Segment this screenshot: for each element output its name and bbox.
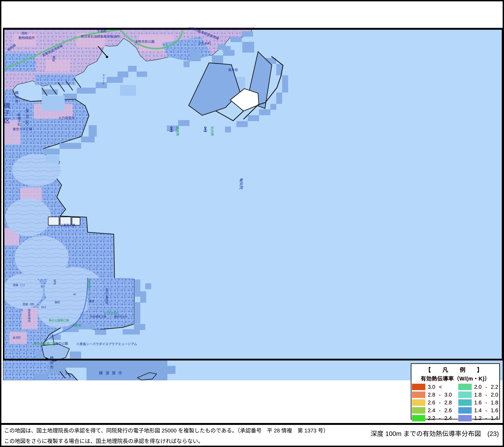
map-label: 磯子区 bbox=[3, 102, 10, 125]
legend-swatch bbox=[412, 384, 425, 390]
legend-range-label: 1.4 - 1.6 bbox=[474, 407, 498, 413]
legend-row: 1.8 - 2.0 bbox=[458, 391, 498, 398]
map-label: 東京湾 bbox=[238, 178, 242, 190]
map-label: 横須賀市 bbox=[99, 371, 125, 375]
page-title: 深度 100m までの有効熱伝導率分布図 (23) bbox=[371, 428, 499, 438]
legend-range-label: 2.8 - 3.0 bbox=[428, 392, 452, 398]
caption-line-2: この地図をさらに複製する場合には、国土地理院長の承認を得なければならない。 bbox=[4, 437, 203, 445]
caption-line-1: この地図は、国土地理院長の承認を得て、同院発行の電子地形図 25000 を複製し… bbox=[4, 426, 329, 434]
map-label: 65.8 bbox=[41, 306, 46, 309]
legend-row: 2.8 - 3.0 bbox=[412, 391, 452, 398]
legend-row: 1.2 - 1.4 bbox=[458, 415, 498, 421]
map-label: 原町 bbox=[21, 32, 27, 35]
legend-swatch bbox=[458, 407, 472, 413]
map-label: 鳳町 bbox=[52, 56, 55, 62]
caption-divider bbox=[1, 423, 504, 425]
legend-range-label: 1.6 - 1.8 bbox=[474, 400, 498, 406]
map-label: 金沢町 bbox=[13, 336, 21, 339]
legend-swatch bbox=[458, 415, 472, 421]
legend-swatch bbox=[412, 391, 425, 398]
map-sheet-page: 磯子区新磯子町東京ガス工場火力発電所動物検疫所根岸線首都高速湾岸線新日本石油精製… bbox=[0, 0, 504, 447]
map-label: 西柴（二） bbox=[13, 284, 26, 287]
map-label: 金沢区 bbox=[25, 108, 29, 126]
legend-row: 2.2 - 2.4 bbox=[412, 415, 452, 421]
map-svg bbox=[3, 27, 504, 380]
map-label: 産業振興センター駅 bbox=[88, 279, 90, 301]
legend-range-label: 2.0 - 2.2 bbox=[474, 384, 498, 390]
legend-range-label: 2.6 - 2.8 bbox=[428, 400, 452, 406]
map-label: 市大医学部駅 bbox=[104, 312, 118, 315]
breakwater-head bbox=[106, 56, 108, 58]
map-label: 西柴（四） bbox=[23, 303, 36, 306]
map-label: 新磯子町 bbox=[17, 113, 20, 126]
legend-range-label: 1.8 - 2.0 bbox=[474, 392, 498, 398]
map-label: 新日本石油精製根岸製油所 bbox=[81, 35, 120, 38]
legend-swatch bbox=[412, 399, 425, 406]
map-label: 八景島駅 bbox=[69, 324, 81, 327]
map-label: 海の公園南口駅 bbox=[34, 342, 56, 345]
legend-column: 3.0 <2.8 - 3.02.6 - 2.82.4 - 2.62.2 - 2.… bbox=[412, 384, 452, 423]
legend-range-label: 1.2 - 1.4 bbox=[474, 415, 498, 421]
map-label: 八景島シーパラダイスアクアミュージアム bbox=[76, 342, 137, 346]
map-label: 南本牧 bbox=[228, 68, 238, 72]
map-label: 京浜港 bbox=[210, 126, 214, 136]
legend-swatch bbox=[458, 391, 472, 398]
map-label: 87 bbox=[41, 285, 43, 288]
map-label: 横浜市 bbox=[49, 356, 53, 370]
map-label: 火力発電所 bbox=[58, 116, 75, 120]
legend-row: 2.4 - 2.6 bbox=[412, 407, 452, 413]
map-area: 磯子区新磯子町東京ガス工場火力発電所動物検疫所根岸線首都高速湾岸線新日本石油精製… bbox=[3, 27, 504, 380]
legend-row: 2.6 - 2.8 bbox=[412, 399, 452, 406]
map-label: 海の公園柴口駅 bbox=[49, 319, 69, 322]
legend-swatch bbox=[458, 399, 472, 406]
map-label: 金沢工業団地 bbox=[105, 288, 108, 304]
map-label: 横浜市 bbox=[14, 91, 18, 104]
legend-column: 2.0 - 2.21.8 - 2.01.6 - 1.81.4 - 1.61.2 … bbox=[458, 384, 498, 423]
legend-range-label: 3.0 < bbox=[428, 384, 442, 390]
map-label: 長浜 bbox=[53, 279, 56, 285]
map-label: 称名寺境内 bbox=[27, 309, 30, 322]
map-label: 千鳥町 bbox=[97, 29, 107, 33]
legend-columns: 3.0 <2.8 - 3.02.6 - 2.82.4 - 2.62.2 - 2.… bbox=[412, 382, 499, 423]
map-label: 横浜港 bbox=[176, 126, 179, 136]
map-label: マリーナ bbox=[102, 74, 105, 85]
map-label: 動物検疫所 bbox=[18, 36, 35, 39]
map-label: 海の公園 bbox=[55, 342, 68, 345]
map-label: 本牧市民公園 bbox=[135, 40, 154, 43]
legend-box: 【 凡 例 】 有効熱伝導率（W/(m・K)） 3.0 <2.8 - 3.02.… bbox=[411, 363, 500, 420]
legend-row: 1.4 - 1.6 bbox=[458, 407, 498, 413]
legend-swatch bbox=[458, 384, 472, 390]
legend-range-label: 2.4 - 2.6 bbox=[428, 407, 452, 413]
legend-title: 【 凡 例 】 bbox=[412, 365, 499, 373]
map-label: 柴町 bbox=[55, 301, 60, 304]
legend-row: 3.0 < bbox=[412, 384, 452, 390]
legend-range-label: 2.2 - 2.4 bbox=[428, 415, 452, 421]
legend-subtitle: 有効熱伝導率（W/(m・K)） bbox=[412, 374, 499, 382]
legend-row: 1.6 - 1.8 bbox=[458, 399, 498, 406]
map-label: 横浜市立大 bbox=[114, 315, 127, 318]
legend-row: 2.0 - 2.2 bbox=[458, 384, 498, 390]
map-label: 49 bbox=[73, 293, 76, 296]
legend-swatch bbox=[412, 407, 425, 413]
map-label: かもめ町 bbox=[198, 41, 211, 45]
map-label: 東京ガス工場 bbox=[13, 127, 32, 131]
map-label: 三菱重工業 bbox=[60, 224, 75, 227]
map-label: 日本発条工場 bbox=[90, 315, 106, 318]
legend-swatch bbox=[412, 415, 425, 421]
map-label: 76 bbox=[20, 309, 23, 311]
